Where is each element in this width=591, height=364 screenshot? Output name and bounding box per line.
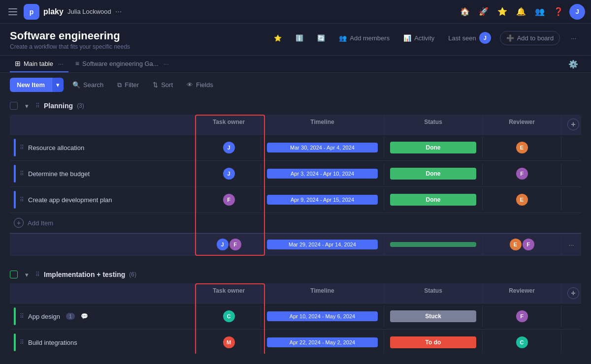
task-badge: 1 xyxy=(66,313,75,320)
new-item-main-button[interactable]: New Item xyxy=(10,78,52,92)
invite-icon[interactable]: 👥 xyxy=(532,4,548,20)
topnav-more-button[interactable]: ··· xyxy=(115,7,122,16)
task-name-cell: ⠿ Create app development plan xyxy=(10,187,197,212)
table-icon: ⊞ xyxy=(15,60,21,67)
reviewer-cell[interactable]: F xyxy=(483,163,561,184)
col-add-2[interactable]: + xyxy=(561,283,581,303)
add-to-board-label: Add to board xyxy=(517,34,554,42)
bell-icon[interactable]: 🔔 xyxy=(513,4,529,20)
search-button[interactable]: 🔍 Search xyxy=(67,78,108,91)
group-planning-header: ▾ ⠿ Planning (3) xyxy=(10,97,581,115)
plaky-logo[interactable]: p xyxy=(24,4,39,20)
task-drag-icon[interactable]: ⠿ xyxy=(20,339,24,346)
footer-reviewer-avatar-f: F xyxy=(523,239,534,250)
tab-gantt-dots[interactable]: ··· xyxy=(164,60,169,67)
timeline-bar: Apr 10, 2024 - May 6, 2024 xyxy=(267,311,378,321)
status-cell[interactable]: Done xyxy=(384,189,483,211)
col-reviewer-1: Reviewer xyxy=(483,115,561,134)
group-implementation-label[interactable]: Implementation + testing xyxy=(44,271,125,278)
filter-button[interactable]: ⧉ Filter xyxy=(112,78,144,92)
group-implementation-drag-icon[interactable]: ⠿ xyxy=(35,271,40,278)
activity-button[interactable]: 📊 Activity xyxy=(398,32,439,44)
table-row: ⠿ App design 1 💬 C Apr 10, 2024 - May 6,… xyxy=(10,303,581,330)
group-color-bar xyxy=(14,307,16,325)
sort-button[interactable]: ⇅ Sort xyxy=(148,78,178,91)
task-drag-icon[interactable]: ⠿ xyxy=(20,170,24,177)
group-planning-drag-icon[interactable]: ⠿ xyxy=(35,102,40,109)
group-color-bar xyxy=(14,139,16,156)
col-add-1[interactable]: + xyxy=(561,115,581,134)
tab-gantt-label: Software engineering Ga... xyxy=(82,60,159,67)
star-nav-icon[interactable]: ⭐ xyxy=(494,4,510,20)
add-column-button-1[interactable]: + xyxy=(567,119,579,130)
task-name-label: Build integrations xyxy=(28,339,77,346)
task-owner-cell[interactable]: J xyxy=(197,163,261,184)
timeline-cell[interactable]: Apr 3, 2024 - Apr 10, 2024 xyxy=(261,163,384,184)
task-owner-cell[interactable]: F xyxy=(197,189,261,211)
star-board-button[interactable]: ⭐ xyxy=(269,32,287,44)
info-button[interactable]: ℹ️ xyxy=(291,32,308,44)
timeline-cell[interactable]: Apr 22, 2024 - May 2, 2024 xyxy=(261,332,384,353)
task-owner-cell[interactable]: C xyxy=(197,305,261,327)
hamburger-icon[interactable] xyxy=(6,5,20,19)
footer-dots-cell[interactable]: ··· xyxy=(561,234,581,255)
timeline-cell[interactable]: Mar 30, 2024 - Apr 4, 2024 xyxy=(261,137,384,158)
user-avatar[interactable]: J xyxy=(569,4,585,20)
group-planning-chevron[interactable]: ▾ xyxy=(22,101,32,111)
timeline-bar: Apr 22, 2024 - May 2, 2024 xyxy=(267,337,378,347)
tab-gantt[interactable]: ≡ Software engineering Ga... ··· xyxy=(70,56,174,72)
group-color-bar xyxy=(14,334,16,351)
group-implementation-checkbox[interactable] xyxy=(10,271,18,278)
new-item-button[interactable]: New Item ▾ xyxy=(10,78,64,92)
status-cell[interactable]: Stuck xyxy=(384,305,483,327)
board-subtitle: Create a workflow that fits your specifi… xyxy=(10,43,130,50)
reviewer-cell[interactable]: C xyxy=(483,332,561,353)
timeline-cell[interactable]: Apr 9, 2024 - Apr 15, 2024 xyxy=(261,189,384,211)
activity-label: Activity xyxy=(414,34,434,42)
home-icon[interactable]: 🏠 xyxy=(457,4,473,20)
new-item-dropdown-button[interactable]: ▾ xyxy=(52,78,64,92)
task-drag-icon[interactable]: ⠿ xyxy=(20,313,24,320)
timeline-cell[interactable]: Apr 10, 2024 - May 6, 2024 xyxy=(261,305,384,327)
refresh-button[interactable]: 🔄 xyxy=(312,32,330,44)
status-badge: Stuck xyxy=(390,310,476,322)
reviewer-avatar: F xyxy=(516,168,528,180)
footer-status-cell xyxy=(384,234,483,255)
task-owner-cell[interactable]: M xyxy=(197,332,261,353)
group-implementation-chevron[interactable]: ▾ xyxy=(22,270,32,279)
status-cell[interactable]: Done xyxy=(384,163,483,184)
add-column-button-2[interactable]: + xyxy=(567,287,579,299)
add-members-button[interactable]: 👥 Add members xyxy=(334,32,394,44)
task-name-label: Resource allocation xyxy=(28,144,84,152)
owner-avatar: M xyxy=(223,336,235,348)
tab-main-table[interactable]: ⊞ Main table ··· xyxy=(10,56,68,72)
group-planning-label[interactable]: Planning xyxy=(44,102,73,110)
tab-main-table-dots[interactable]: ··· xyxy=(58,60,64,67)
filter-label: Filter xyxy=(125,81,139,89)
task-drag-icon[interactable]: ⠿ xyxy=(20,144,24,151)
add-to-board-button[interactable]: ➕ Add to board xyxy=(500,31,560,45)
plaky-brand-text: plaky xyxy=(43,7,64,16)
board-more-button[interactable]: ··· xyxy=(566,32,581,44)
reviewer-cell[interactable]: E xyxy=(483,189,561,211)
status-cell[interactable]: To do xyxy=(384,332,483,353)
task-drag-icon[interactable]: ⠿ xyxy=(20,196,24,203)
owner-avatar: F xyxy=(223,194,235,206)
add-col-cell xyxy=(561,163,581,184)
status-cell[interactable]: Done xyxy=(384,137,483,158)
fields-button[interactable]: 👁 Fields xyxy=(182,78,218,91)
board-title-section: Software engineering Create a workflow t… xyxy=(10,30,130,55)
last-seen-section: Last seen J xyxy=(443,30,495,46)
table-area: ▾ ⠿ Planning (3) Task owner Timeline Sta… xyxy=(0,97,591,354)
status-badge: Done xyxy=(390,142,476,153)
add-item-row-planning[interactable]: + Add Item xyxy=(10,213,581,233)
rocket-icon[interactable]: 🚀 xyxy=(476,4,492,20)
reviewer-cell[interactable]: E xyxy=(483,137,561,158)
group-planning-checkbox[interactable] xyxy=(10,102,18,110)
sort-label: Sort xyxy=(161,81,173,89)
reviewer-cell[interactable]: F xyxy=(483,305,561,327)
task-owner-cell[interactable]: J xyxy=(197,137,261,158)
settings-icon[interactable]: ⚙️ xyxy=(565,56,581,72)
help-icon[interactable]: ❓ xyxy=(551,4,566,20)
activity-icon: 📊 xyxy=(403,34,411,42)
